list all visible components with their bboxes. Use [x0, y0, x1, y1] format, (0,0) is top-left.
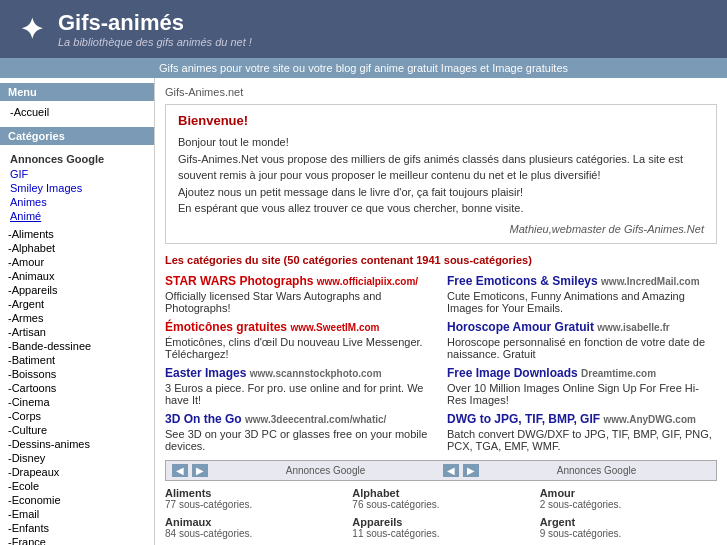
cat-sub-aliments: 77 sous-catégories.: [165, 499, 342, 510]
ad-next-button[interactable]: ▶: [192, 464, 208, 477]
featured-url-dwg: www.AnyDWG.com: [603, 414, 695, 425]
categories-count-line: Les catégories du site (50 catégories co…: [165, 254, 717, 266]
sidebar-cat-ecole[interactable]: -Ecole: [0, 479, 154, 493]
site-subtitle: La bibliothèque des gifs animés du net !: [58, 36, 252, 48]
cat-name-amour: Amour: [540, 487, 717, 499]
google-ad-label-right: Annonces Google: [483, 465, 710, 476]
featured-item-emotgratuites: Émoticônes gratuites www.SweetIM.com Émo…: [165, 320, 435, 360]
welcome-para2: Gifs-Animes.Net vous propose des millier…: [178, 151, 704, 184]
cat-sub-amour: 2 sous-catégories.: [540, 499, 717, 510]
welcome-text: Bonjour tout le monde! Gifs-Animes.Net v…: [178, 134, 704, 217]
breadcrumb: Gifs-Animes.net: [165, 86, 717, 98]
featured-desc-easter: 3 Euros a piece. For pro. use online and…: [165, 382, 435, 406]
sidebar-cat-artisan[interactable]: -Artisan: [0, 325, 154, 339]
sidebar-cat-amour[interactable]: -Amour: [0, 255, 154, 269]
cat-name-appareils: Appareils: [352, 516, 529, 528]
sidebar-cat-armes[interactable]: -Armes: [0, 311, 154, 325]
sidebar-cat-aliments[interactable]: -Aliments: [0, 227, 154, 241]
ad-prev-button[interactable]: ◀: [172, 464, 188, 477]
sidebar-cat-batiment[interactable]: -Batiment: [0, 353, 154, 367]
sidebar-cat-alphabet[interactable]: -Alphabet: [0, 241, 154, 255]
featured-url-emoticons: www.IncredMail.com: [601, 276, 700, 287]
featured-item-easter: Easter Images www.scannstockphoto.com 3 …: [165, 366, 435, 406]
featured-title-starwars: STAR WARS Photographs www.officialpiix.c…: [165, 274, 435, 288]
featured-title-freeimages: Free Image Downloads Dreamtime.com: [447, 366, 717, 380]
sidebar-google-smiley[interactable]: Smiley Images: [0, 181, 154, 195]
sidebar-cat-cinema[interactable]: -Cinema: [0, 395, 154, 409]
featured-desc-dwg: Batch convert DWG/DXF to JPG, TIF, BMP, …: [447, 428, 717, 452]
site-title: Gifs-animés: [58, 10, 252, 36]
sidebar-google-gif[interactable]: GIF: [0, 167, 154, 181]
cat-sub-argent: 9 sous-catégories.: [540, 528, 717, 539]
layout: Menu -Accueil Catégories Annonces Google…: [0, 78, 727, 545]
featured-link-horoscope[interactable]: Horoscope Amour Gratuit: [447, 320, 594, 334]
menu-section-title: Menu: [0, 83, 154, 101]
featured-title-easter: Easter Images www.scannstockphoto.com: [165, 366, 435, 380]
sidebar-cat-economie[interactable]: -Economie: [0, 493, 154, 507]
cat-name-animaux: Animaux: [165, 516, 342, 528]
sidebar-cat-culture[interactable]: -Culture: [0, 423, 154, 437]
cat-item-aliments: Aliments 77 sous-catégories.: [165, 487, 342, 510]
sidebar-cat-disney[interactable]: -Disney: [0, 451, 154, 465]
categories-bottom-grid: Aliments 77 sous-catégories. Alphabet 76…: [165, 487, 717, 539]
featured-link-freeimages[interactable]: Free Image Downloads: [447, 366, 578, 380]
featured-desc-emoticons: Cute Emoticons, Funny Animations and Ama…: [447, 290, 717, 314]
sidebar-cat-corps[interactable]: -Corps: [0, 409, 154, 423]
cat-name-argent: Argent: [540, 516, 717, 528]
sidebar-cat-argent[interactable]: -Argent: [0, 297, 154, 311]
featured-link-easter[interactable]: Easter Images: [165, 366, 246, 380]
sidebar-google-anime[interactable]: Animé: [0, 209, 154, 223]
featured-link-dwg[interactable]: DWG to JPG, TIF, BMP, GIF: [447, 412, 600, 426]
featured-link-emotgratuites[interactable]: Émoticônes gratuites: [165, 320, 287, 334]
sidebar-cat-appareils[interactable]: -Appareils: [0, 283, 154, 297]
featured-url-freeimages: Dreamtime.com: [581, 368, 656, 379]
logo-icon: ✦: [20, 13, 43, 46]
welcome-para3: Ajoutez nous un petit message dans le li…: [178, 184, 704, 201]
cat-item-animaux: Animaux 84 sous-catégories.: [165, 516, 342, 539]
ad-prev-button-right[interactable]: ◀: [443, 464, 459, 477]
header-title-block: Gifs-animés La bibliothèque des gifs ani…: [58, 10, 252, 48]
sidebar: Menu -Accueil Catégories Annonces Google…: [0, 78, 155, 545]
featured-desc-emotgratuites: Émoticônes, clins d'œil Du nouveau Live …: [165, 336, 435, 360]
featured-desc-horoscope: Horoscope personnalisé en fonction de vo…: [447, 336, 717, 360]
cat-sub-animaux: 84 sous-catégories.: [165, 528, 342, 539]
top-banner: Gifs animes pour votre site ou votre blo…: [0, 58, 727, 78]
featured-url-easter: www.scannstockphoto.com: [250, 368, 382, 379]
cat-sub-appareils: 11 sous-catégories.: [352, 528, 529, 539]
featured-url-starwars: www.officialpiix.com/: [317, 276, 418, 287]
featured-item-starwars: STAR WARS Photographs www.officialpiix.c…: [165, 274, 435, 314]
featured-link-starwars[interactable]: STAR WARS Photographs: [165, 274, 313, 288]
sidebar-cat-bande[interactable]: -Bande-dessinee: [0, 339, 154, 353]
featured-link-emoticons[interactable]: Free Emoticons & Smileys: [447, 274, 598, 288]
featured-item-freeimages: Free Image Downloads Dreamtime.com Over …: [447, 366, 717, 406]
sidebar-cat-animaux[interactable]: -Animaux: [0, 269, 154, 283]
sidebar-item-accueil[interactable]: -Accueil: [0, 105, 154, 119]
featured-url-horoscope: www.isabelle.fr: [597, 322, 669, 333]
featured-item-emoticons: Free Emoticons & Smileys www.IncredMail.…: [447, 274, 717, 314]
sidebar-cat-dessins[interactable]: -Dessins-animes: [0, 437, 154, 451]
sidebar-cat-france[interactable]: -France: [0, 535, 154, 545]
sidebar-cat-cartoons[interactable]: -Cartoons: [0, 381, 154, 395]
welcome-para1: Bonjour tout le monde!: [178, 134, 704, 151]
categories-section-title: Catégories: [0, 127, 154, 145]
ad-next-button-right[interactable]: ▶: [463, 464, 479, 477]
featured-link-3d[interactable]: 3D On the Go: [165, 412, 242, 426]
sidebar-cat-email[interactable]: -Email: [0, 507, 154, 521]
featured-title-horoscope: Horoscope Amour Gratuit www.isabelle.fr: [447, 320, 717, 334]
cat-name-alphabet: Alphabet: [352, 487, 529, 499]
welcome-signature: Mathieu,webmaster de Gifs-Animes.Net: [178, 223, 704, 235]
top-banner-link[interactable]: Gifs animes pour votre site ou votre blo…: [159, 62, 568, 74]
featured-item-horoscope: Horoscope Amour Gratuit www.isabelle.fr …: [447, 320, 717, 360]
google-ads-label: Annonces Google: [0, 149, 154, 167]
sidebar-cat-drapeaux[interactable]: -Drapeaux: [0, 465, 154, 479]
sidebar-google-animes[interactable]: Animes: [0, 195, 154, 209]
welcome-para4: En espérant que vous allez trouver ce qu…: [178, 200, 704, 217]
featured-desc-3d: See 3D on your 3D PC or glasses free on …: [165, 428, 435, 452]
cat-item-alphabet: Alphabet 76 sous-catégories.: [352, 487, 529, 510]
sidebar-cat-enfants[interactable]: -Enfants: [0, 521, 154, 535]
featured-item-3d: 3D On the Go www.3deecentral.com/whatic/…: [165, 412, 435, 452]
sidebar-cat-boissons[interactable]: -Boissons: [0, 367, 154, 381]
cat-name-aliments: Aliments: [165, 487, 342, 499]
google-ad-label: Annonces Google: [212, 465, 439, 476]
featured-desc-freeimages: Over 10 Million Images Online Sign Up Fo…: [447, 382, 717, 406]
